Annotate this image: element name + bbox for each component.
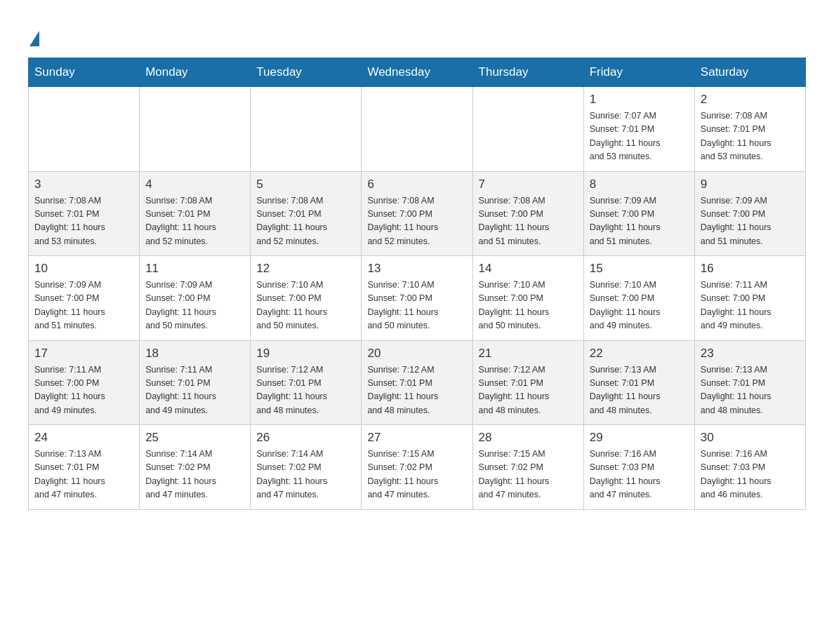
day-number: 18 (145, 347, 244, 361)
calendar-cell: 13Sunrise: 7:10 AM Sunset: 7:00 PM Dayli… (362, 256, 472, 341)
calendar-cell: 2Sunrise: 7:08 AM Sunset: 7:01 PM Daylig… (694, 87, 805, 172)
day-number: 19 (256, 347, 355, 361)
calendar-cell: 27Sunrise: 7:15 AM Sunset: 7:02 PM Dayli… (362, 425, 472, 510)
calendar-table: SundayMondayTuesdayWednesdayThursdayFrid… (28, 58, 806, 510)
day-number: 6 (367, 177, 466, 192)
calendar-cell: 6Sunrise: 7:08 AM Sunset: 7:00 PM Daylig… (362, 171, 472, 256)
calendar-cell: 26Sunrise: 7:14 AM Sunset: 7:02 PM Dayli… (251, 425, 362, 510)
calendar-cell: 22Sunrise: 7:13 AM Sunset: 7:01 PM Dayli… (583, 340, 694, 425)
calendar-cell: 30Sunrise: 7:16 AM Sunset: 7:03 PM Dayli… (694, 425, 805, 510)
calendar-cell: 21Sunrise: 7:12 AM Sunset: 7:01 PM Dayli… (472, 340, 583, 425)
day-info: Sunrise: 7:15 AM Sunset: 7:02 PM Dayligh… (479, 448, 578, 502)
day-number: 1 (590, 93, 689, 107)
day-info: Sunrise: 7:12 AM Sunset: 7:01 PM Dayligh… (256, 363, 355, 418)
calendar-week-row: 1Sunrise: 7:07 AM Sunset: 7:01 PM Daylig… (29, 87, 806, 172)
day-info: Sunrise: 7:16 AM Sunset: 7:03 PM Dayligh… (590, 448, 689, 502)
day-info: Sunrise: 7:13 AM Sunset: 7:01 PM Dayligh… (34, 448, 133, 502)
day-number: 26 (256, 431, 355, 445)
calendar-cell: 17Sunrise: 7:11 AM Sunset: 7:00 PM Dayli… (29, 340, 140, 425)
calendar-cell: 10Sunrise: 7:09 AM Sunset: 7:00 PM Dayli… (29, 256, 140, 341)
calendar-cell: 7Sunrise: 7:08 AM Sunset: 7:00 PM Daylig… (472, 171, 583, 256)
day-number: 14 (479, 262, 578, 276)
column-header-sunday: Sunday (29, 58, 140, 87)
day-info: Sunrise: 7:10 AM Sunset: 7:00 PM Dayligh… (590, 279, 689, 333)
calendar-cell: 25Sunrise: 7:14 AM Sunset: 7:02 PM Dayli… (140, 425, 251, 510)
day-info: Sunrise: 7:10 AM Sunset: 7:00 PM Dayligh… (367, 279, 466, 333)
calendar-cell: 5Sunrise: 7:08 AM Sunset: 7:01 PM Daylig… (251, 171, 362, 256)
day-info: Sunrise: 7:11 AM Sunset: 7:00 PM Dayligh… (34, 363, 133, 418)
column-header-monday: Monday (140, 58, 251, 87)
day-info: Sunrise: 7:10 AM Sunset: 7:00 PM Dayligh… (256, 279, 355, 333)
calendar-week-row: 17Sunrise: 7:11 AM Sunset: 7:00 PM Dayli… (29, 340, 806, 425)
day-info: Sunrise: 7:08 AM Sunset: 7:01 PM Dayligh… (701, 109, 800, 164)
day-info: Sunrise: 7:13 AM Sunset: 7:01 PM Dayligh… (590, 363, 689, 418)
day-info: Sunrise: 7:12 AM Sunset: 7:01 PM Dayligh… (479, 363, 578, 418)
calendar-cell: 19Sunrise: 7:12 AM Sunset: 7:01 PM Dayli… (251, 340, 362, 425)
day-info: Sunrise: 7:09 AM Sunset: 7:00 PM Dayligh… (34, 279, 133, 333)
calendar-week-row: 24Sunrise: 7:13 AM Sunset: 7:01 PM Dayli… (29, 425, 806, 510)
day-info: Sunrise: 7:11 AM Sunset: 7:01 PM Dayligh… (145, 363, 244, 418)
calendar-cell: 24Sunrise: 7:13 AM Sunset: 7:01 PM Dayli… (29, 425, 140, 510)
calendar-cell: 15Sunrise: 7:10 AM Sunset: 7:00 PM Dayli… (583, 256, 694, 341)
day-info: Sunrise: 7:11 AM Sunset: 7:00 PM Dayligh… (701, 279, 800, 333)
day-info: Sunrise: 7:14 AM Sunset: 7:02 PM Dayligh… (256, 448, 355, 502)
calendar-week-row: 3Sunrise: 7:08 AM Sunset: 7:01 PM Daylig… (29, 171, 806, 256)
calendar-week-row: 10Sunrise: 7:09 AM Sunset: 7:00 PM Dayli… (29, 256, 806, 341)
calendar-cell: 28Sunrise: 7:15 AM Sunset: 7:02 PM Dayli… (472, 425, 583, 510)
calendar-cell: 1Sunrise: 7:07 AM Sunset: 7:01 PM Daylig… (583, 87, 694, 172)
day-info: Sunrise: 7:15 AM Sunset: 7:02 PM Dayligh… (367, 448, 466, 502)
calendar-cell: 8Sunrise: 7:09 AM Sunset: 7:00 PM Daylig… (583, 171, 694, 256)
calendar-cell: 14Sunrise: 7:10 AM Sunset: 7:00 PM Dayli… (472, 256, 583, 341)
calendar-cell: 29Sunrise: 7:16 AM Sunset: 7:03 PM Dayli… (583, 425, 694, 510)
calendar-cell (362, 87, 472, 172)
day-info: Sunrise: 7:12 AM Sunset: 7:01 PM Dayligh… (367, 363, 466, 418)
calendar-cell (29, 87, 140, 172)
day-number: 11 (145, 262, 244, 276)
day-info: Sunrise: 7:08 AM Sunset: 7:01 PM Dayligh… (145, 194, 244, 249)
day-info: Sunrise: 7:16 AM Sunset: 7:03 PM Dayligh… (701, 448, 800, 502)
column-header-saturday: Saturday (694, 58, 805, 87)
day-number: 16 (701, 262, 800, 276)
calendar-cell: 18Sunrise: 7:11 AM Sunset: 7:01 PM Dayli… (140, 340, 251, 425)
day-number: 3 (34, 177, 133, 192)
calendar-cell (472, 87, 583, 172)
day-number: 22 (590, 347, 689, 361)
day-number: 20 (367, 347, 466, 361)
day-info: Sunrise: 7:08 AM Sunset: 7:00 PM Dayligh… (367, 194, 466, 249)
column-header-wednesday: Wednesday (362, 58, 472, 87)
page-header (28, 21, 806, 43)
day-number: 24 (34, 431, 133, 445)
day-number: 25 (145, 431, 244, 445)
day-number: 15 (590, 262, 689, 276)
logo-triangle-icon (29, 31, 39, 46)
day-number: 12 (256, 262, 355, 276)
day-number: 4 (145, 177, 244, 192)
day-info: Sunrise: 7:09 AM Sunset: 7:00 PM Dayligh… (145, 279, 244, 333)
day-number: 30 (701, 431, 800, 445)
day-number: 10 (34, 262, 133, 276)
day-number: 13 (367, 262, 466, 276)
calendar-cell (251, 87, 362, 172)
column-header-thursday: Thursday (472, 58, 583, 87)
day-info: Sunrise: 7:08 AM Sunset: 7:01 PM Dayligh… (34, 194, 133, 249)
calendar-cell: 12Sunrise: 7:10 AM Sunset: 7:00 PM Dayli… (251, 256, 362, 341)
day-number: 8 (590, 177, 689, 192)
column-header-tuesday: Tuesday (251, 58, 362, 87)
calendar-cell: 20Sunrise: 7:12 AM Sunset: 7:01 PM Dayli… (362, 340, 472, 425)
column-header-friday: Friday (583, 58, 694, 87)
day-number: 29 (590, 431, 689, 445)
calendar-cell: 16Sunrise: 7:11 AM Sunset: 7:00 PM Dayli… (694, 256, 805, 341)
calendar-cell: 4Sunrise: 7:08 AM Sunset: 7:01 PM Daylig… (140, 171, 251, 256)
day-number: 7 (479, 177, 578, 192)
calendar-cell (140, 87, 251, 172)
calendar-cell: 11Sunrise: 7:09 AM Sunset: 7:00 PM Dayli… (140, 256, 251, 341)
day-info: Sunrise: 7:07 AM Sunset: 7:01 PM Dayligh… (590, 109, 689, 164)
calendar-cell: 9Sunrise: 7:09 AM Sunset: 7:00 PM Daylig… (694, 171, 805, 256)
day-info: Sunrise: 7:08 AM Sunset: 7:00 PM Dayligh… (479, 194, 578, 249)
day-number: 28 (479, 431, 578, 445)
day-info: Sunrise: 7:14 AM Sunset: 7:02 PM Dayligh… (145, 448, 244, 502)
day-info: Sunrise: 7:13 AM Sunset: 7:01 PM Dayligh… (701, 363, 800, 418)
day-number: 21 (479, 347, 578, 361)
calendar-header-row: SundayMondayTuesdayWednesdayThursdayFrid… (29, 58, 806, 87)
day-number: 17 (34, 347, 133, 361)
